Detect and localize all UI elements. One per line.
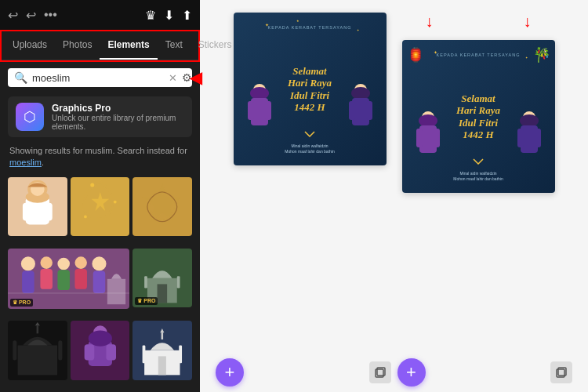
svg-rect-27 xyxy=(177,276,180,288)
canvas-1-line2: Hari Raya xyxy=(288,77,332,89)
tab-stickers[interactable]: Stickers xyxy=(191,31,240,60)
download-icon[interactable]: ⬇ xyxy=(164,8,174,23)
pro-badge: ♛ PRO xyxy=(10,299,33,307)
arrow-right-indicator: ↓ xyxy=(524,13,532,31)
tab-uploads[interactable]: Uploads xyxy=(5,31,55,60)
arrow-left-indicator: ↓ xyxy=(426,13,434,31)
svg-rect-35 xyxy=(106,345,116,361)
svg-rect-51 xyxy=(366,101,372,120)
canvas-1-subtitle: KEPADA KERABAT TERSAYANG xyxy=(268,25,352,30)
svg-rect-4 xyxy=(23,203,34,221)
svg-point-43 xyxy=(250,87,269,100)
nav-tabs-wrapper: Uploads Photos Elements Text Stickers xyxy=(0,30,200,62)
svg-rect-29 xyxy=(13,340,16,360)
bottom-right xyxy=(550,361,572,383)
toolbar-left-icons: ↩ ↩ ••• xyxy=(8,8,57,23)
results-info: Showing results for muslim. Search inste… xyxy=(0,140,200,174)
star-decor-3: ✦ xyxy=(525,56,528,60)
page-indicator-1[interactable] xyxy=(369,361,391,383)
svg-rect-45 xyxy=(248,101,254,120)
person-left-2-svg xyxy=(408,108,448,171)
svg-rect-60 xyxy=(517,129,524,147)
tab-photos[interactable]: Photos xyxy=(55,31,100,60)
list-item[interactable] xyxy=(71,321,130,380)
svg-rect-25 xyxy=(158,284,168,303)
list-item[interactable]: ♛ PRO xyxy=(132,249,192,308)
clear-icon[interactable]: ✕ xyxy=(169,72,177,84)
promo-banner[interactable]: ⬡ Graphics Pro Unlock our entire library… xyxy=(8,96,192,137)
canvas-wrapper-2: ↓ ↓ ✦ ✦ 🏮 🎋 KEPADA KERABAT TERSAYANG xyxy=(402,13,555,193)
canvas-1-main-text: Selamat Hari Raya Idul Fitri 1442 H xyxy=(288,64,332,113)
results-period: . xyxy=(42,158,44,167)
canvas-2-line4: 1442 H xyxy=(456,129,500,141)
promo-subtitle: Unlock our entire library of premium ele… xyxy=(52,114,184,131)
svg-rect-22 xyxy=(107,278,125,303)
bottom-center: + xyxy=(369,358,426,387)
svg-rect-31 xyxy=(37,326,39,334)
svg-point-20 xyxy=(92,256,106,270)
list-item[interactable] xyxy=(8,321,67,380)
person-right-2-svg xyxy=(510,108,549,171)
promo-icon: ⬡ xyxy=(16,103,44,131)
svg-rect-39 xyxy=(143,346,146,364)
search-row: 🔍 ✕ ⚙ ◀ xyxy=(0,62,200,93)
canvas-2-line1: Selamat xyxy=(456,92,500,104)
canvas-2-small-text: Minal aidin walfaidzin Mohon maaf lahir … xyxy=(453,171,503,182)
left-panel: ↩ ↩ ••• ♛ ⬇ ⬆ Uploads Photos Elements Te… xyxy=(0,0,200,392)
canvas-2[interactable]: ✦ ✦ 🏮 🎋 KEPADA KERABAT TERSAYANG xyxy=(402,40,555,193)
copy-icon-2 xyxy=(555,366,568,379)
canvas-1-line3: Idul Fitri xyxy=(288,89,332,102)
bottom-bar: + + xyxy=(200,353,588,392)
add-button-2[interactable]: + xyxy=(397,358,426,387)
redo-icon[interactable]: ↩ xyxy=(26,8,36,23)
canvas-2-line2: Hari Raya xyxy=(456,104,500,117)
svg-point-58 xyxy=(520,114,539,127)
top-toolbar: ↩ ↩ ••• ♛ ⬇ ⬆ xyxy=(0,0,200,30)
svg-rect-28 xyxy=(18,346,57,376)
svg-point-8 xyxy=(90,183,94,187)
add-button-1[interactable]: + xyxy=(216,358,244,387)
pro-badge: ♛ PRO xyxy=(135,297,158,305)
results-link[interactable]: moeslim xyxy=(9,158,42,167)
list-item[interactable] xyxy=(132,321,192,380)
star-decor: ✦ xyxy=(357,28,359,32)
svg-rect-55 xyxy=(416,129,423,147)
canvas-1-small-text: Minal aidin walfaidzin Mohon maaf lahir … xyxy=(285,143,334,154)
share-icon[interactable]: ⬆ xyxy=(182,8,192,23)
page-indicator-2[interactable] xyxy=(550,361,572,383)
star-decor: ★ xyxy=(296,19,299,23)
undo-icon[interactable]: ↩ xyxy=(8,8,18,23)
svg-point-10 xyxy=(84,215,87,218)
canvas-1[interactable]: ✦ ✦ ★ KEPADA KERABAT TERSAYANG xyxy=(234,13,387,165)
svg-rect-56 xyxy=(434,129,440,147)
svg-point-36 xyxy=(88,331,111,347)
search-input[interactable] xyxy=(32,72,164,84)
canvas-wrapper-1: ✦ ✦ ★ KEPADA KERABAT TERSAYANG xyxy=(234,13,387,165)
svg-rect-34 xyxy=(84,345,94,361)
svg-rect-19 xyxy=(74,268,87,289)
tab-text[interactable]: Text xyxy=(158,31,191,60)
list-item[interactable] xyxy=(71,177,130,237)
svg-rect-40 xyxy=(180,346,183,364)
svg-point-53 xyxy=(419,114,437,127)
bottom-left: + xyxy=(216,358,244,387)
arrow-indicators: ↓ ↓ xyxy=(402,13,555,31)
list-item[interactable] xyxy=(8,177,67,237)
canvas-2-line3: Idul Fitri xyxy=(456,117,500,129)
svg-rect-50 xyxy=(349,101,355,120)
ketupat-decoration: 🎋 xyxy=(533,46,550,64)
tab-elements[interactable]: Elements xyxy=(100,31,157,60)
canvas-2-small-line2: Mohon maaf lahir dan bathin xyxy=(453,176,503,182)
svg-rect-30 xyxy=(58,340,62,360)
lantern-decoration: 🏮 xyxy=(407,46,424,64)
svg-rect-26 xyxy=(144,276,147,288)
svg-point-18 xyxy=(74,256,87,269)
right-panel: ✦ ✦ ★ KEPADA KERABAT TERSAYANG xyxy=(200,0,588,392)
list-item[interactable] xyxy=(132,177,192,237)
canvas-1-arrow xyxy=(304,126,315,140)
crown-icon[interactable]: ♛ xyxy=(145,8,156,23)
svg-rect-41 xyxy=(162,332,164,339)
more-icon[interactable]: ••• xyxy=(44,8,57,22)
svg-point-12 xyxy=(21,256,35,270)
list-item[interactable]: ♛ PRO xyxy=(8,249,129,310)
